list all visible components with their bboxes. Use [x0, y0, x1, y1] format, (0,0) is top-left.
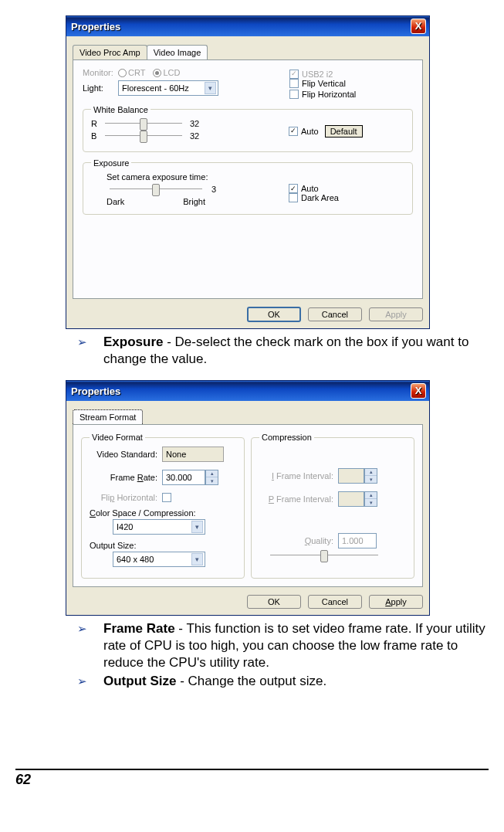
close-icon[interactable]: X	[411, 383, 426, 399]
colorspace-label: Color Space / Compression:	[90, 508, 236, 518]
exposure-legend: Exposure	[91, 158, 131, 168]
iframe-label: I Frame Interval:	[259, 471, 333, 481]
wb-r-label: R	[91, 119, 102, 128]
tab-stream-format[interactable]: Stream Format	[73, 409, 143, 424]
tab-video-image[interactable]: Video Image	[147, 45, 208, 59]
exp-auto-checkbox[interactable]: ✓	[289, 184, 298, 193]
bullet-arrow-icon: ➢	[77, 334, 88, 351]
wb-b-label: B	[91, 131, 102, 141]
exposure-group: Exposure Set camera exposure time: 3 Dar…	[83, 158, 413, 215]
compression-group: Compression I Frame Interval: ▴▾ P Frame…	[251, 433, 414, 579]
flip-horizontal-checkbox[interactable]	[289, 90, 299, 99]
properties-dialog-1: Properties X Video Proc Amp Video Image …	[66, 15, 430, 329]
bullet-exposure-bold: Exposure	[103, 334, 163, 349]
output-size-label: Output Size:	[90, 541, 236, 550]
light-value: Florescent - 60Hz	[122, 83, 201, 93]
pframe-spinner: ▴▾	[364, 491, 377, 507]
bullet-output-size: ➢ Output Size - Change the output size.	[77, 673, 489, 690]
usb2-label: USB2 i2	[302, 70, 333, 79]
wb-r-value: 32	[190, 119, 199, 128]
wb-auto-checkbox[interactable]: ✓	[289, 127, 298, 136]
quality-label: Quality:	[259, 536, 333, 545]
page-number: 62	[15, 772, 31, 787]
apply-button: Apply	[369, 307, 423, 321]
ok-button[interactable]: OK	[247, 307, 301, 322]
default-button[interactable]: Default	[325, 125, 363, 138]
flip-h-label: Flip Horizontal:	[90, 493, 157, 502]
bullet-output-size-text: - Change the output size.	[176, 674, 326, 688]
white-balance-group: White Balance R 32 B 32	[83, 105, 413, 152]
page-footer: 62	[15, 769, 489, 788]
exp-auto-label: Auto	[301, 184, 319, 193]
output-size-combo[interactable]: 640 x 480	[113, 552, 205, 567]
frame-rate-spinner[interactable]: ▴▾	[205, 470, 218, 485]
exposure-slider[interactable]	[110, 188, 202, 189]
exposure-text: Set camera exposure time:	[107, 172, 289, 182]
cancel-button[interactable]: Cancel	[308, 307, 362, 321]
exposure-dark-label: Dark	[107, 197, 124, 206]
exposure-value: 3	[211, 185, 216, 194]
iframe-spinner: ▴▾	[364, 468, 377, 484]
quality-input: 1.000	[338, 533, 377, 548]
lcd-label: LCD	[163, 68, 180, 77]
bullet-frame-rate-bold: Frame Rate	[103, 621, 175, 636]
exp-darkarea-checkbox[interactable]	[289, 193, 298, 202]
light-label: Light:	[83, 83, 118, 93]
pframe-input	[338, 491, 364, 507]
bullet-exposure: ➢ Exposure - De-select the check mark on…	[77, 334, 489, 368]
radio-lcd	[153, 69, 161, 77]
quality-slider	[270, 555, 378, 555]
chevron-down-icon[interactable]	[191, 521, 203, 533]
white-balance-legend: White Balance	[91, 105, 151, 114]
video-format-legend: Video Format	[90, 433, 145, 442]
light-combo[interactable]: Florescent - 60Hz	[118, 80, 218, 96]
window-title: Properties	[71, 385, 120, 397]
titlebar[interactable]: Properties X	[66, 16, 429, 36]
bullet-arrow-icon: ➢	[77, 620, 88, 637]
chevron-down-icon[interactable]	[205, 82, 216, 94]
frame-rate-input[interactable]: 30.000	[162, 470, 205, 485]
window-title: Properties	[71, 21, 120, 32]
compression-legend: Compression	[259, 433, 314, 442]
wb-r-slider[interactable]	[105, 123, 182, 124]
wb-auto-label: Auto	[301, 127, 319, 136]
video-standard-label: Video Standard:	[90, 450, 157, 459]
frame-rate-label: Frame Rate:	[90, 473, 157, 482]
exposure-bright-label: Bright	[183, 197, 205, 206]
close-icon[interactable]: X	[411, 19, 426, 34]
wb-b-slider[interactable]	[105, 135, 182, 136]
colorspace-combo[interactable]: I420	[113, 519, 205, 535]
video-format-group: Video Format Video Standard: None Frame …	[81, 433, 245, 579]
flip-vertical-label: Flip Vertical	[302, 79, 346, 88]
bullet-output-size-bold: Output Size	[103, 674, 176, 688]
colorspace-value: I420	[117, 522, 188, 531]
radio-crt	[118, 69, 127, 77]
chevron-down-icon[interactable]	[191, 553, 203, 565]
titlebar[interactable]: Properties X	[66, 381, 429, 401]
properties-dialog-2: Properties X Stream Format Video Format …	[66, 380, 430, 616]
usb2-checkbox: ✓	[289, 70, 299, 79]
output-size-value: 640 x 480	[117, 555, 188, 564]
flip-horizontal-label: Flip Horizontal	[302, 90, 356, 99]
tab-video-proc-amp[interactable]: Video Proc Amp	[73, 45, 147, 59]
exp-darkarea-label: Dark Area	[301, 193, 339, 202]
flip-vertical-checkbox[interactable]	[289, 79, 299, 88]
ok-button[interactable]: OK	[247, 595, 301, 609]
flip-h-checkbox	[162, 493, 171, 502]
bullet-frame-rate: ➢ Frame Rate - This function is to set v…	[77, 620, 489, 671]
video-standard-value: None	[162, 447, 224, 462]
pframe-label: P Frame Interval:	[259, 494, 333, 504]
cancel-button[interactable]: Cancel	[308, 595, 362, 609]
iframe-input	[338, 468, 364, 484]
bullet-arrow-icon: ➢	[77, 673, 88, 690]
monitor-label: Monitor:	[83, 68, 118, 77]
apply-button[interactable]: Apply	[369, 595, 423, 609]
crt-label: CRT	[128, 68, 145, 77]
wb-b-value: 32	[190, 131, 199, 141]
